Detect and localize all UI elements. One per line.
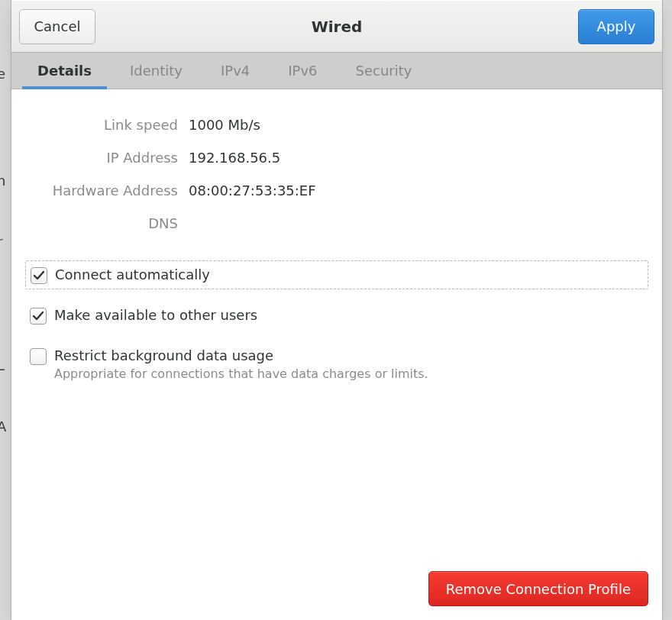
checkmark-icon bbox=[34, 270, 44, 281]
available-to-others-label: Make available to other users bbox=[54, 306, 257, 325]
tab-label: IPv6 bbox=[288, 63, 317, 79]
available-to-others-option[interactable]: Make available to other users bbox=[25, 302, 648, 329]
link-speed-value: 1000 Mb/s bbox=[189, 117, 648, 133]
tab-bar: Details Identity IPv4 IPv6 Security bbox=[11, 53, 662, 89]
checkmark-icon bbox=[33, 311, 44, 321]
ip-address-label: IP Address bbox=[25, 150, 178, 166]
header-bar: Cancel Wired Apply bbox=[11, 0, 662, 53]
tab-label: Security bbox=[356, 63, 412, 79]
backdrop-fragment: A bbox=[0, 418, 6, 434]
tab-identity[interactable]: Identity bbox=[115, 53, 198, 89]
cancel-button[interactable]: Cancel bbox=[19, 9, 95, 44]
hardware-address-label: Hardware Address bbox=[25, 182, 178, 199]
details-grid: Link speed 1000 Mb/s IP Address 192.168.… bbox=[25, 117, 648, 231]
restrict-background-checkbox[interactable] bbox=[30, 348, 47, 365]
backdrop-fragment: e bbox=[0, 66, 5, 82]
connect-automatically-option[interactable]: Connect automatically bbox=[25, 260, 648, 289]
restrict-background-option[interactable]: Restrict background data usage Appropria… bbox=[25, 342, 648, 387]
restrict-background-text: Restrict background data usage Appropria… bbox=[54, 347, 428, 383]
connection-editor-dialog: Cancel Wired Apply Details Identity IPv4… bbox=[11, 0, 663, 620]
connect-automatically-checkbox[interactable] bbox=[31, 267, 47, 284]
tab-label: Details bbox=[37, 63, 92, 79]
restrict-background-label: Restrict background data usage bbox=[54, 347, 428, 365]
available-to-others-checkbox[interactable] bbox=[30, 308, 47, 325]
dialog-title: Wired bbox=[312, 18, 363, 36]
dns-value bbox=[189, 215, 648, 231]
connect-automatically-label: Connect automatically bbox=[55, 266, 210, 284]
ip-address-value: 192.168.56.5 bbox=[189, 150, 648, 166]
hardware-address-value: 08:00:27:53:35:EF bbox=[189, 182, 648, 199]
tab-ipv6[interactable]: IPv6 bbox=[273, 53, 332, 89]
footer: Remove Connection Profile bbox=[428, 571, 648, 606]
options-group: Connect automatically Make available to … bbox=[25, 260, 648, 387]
tab-label: IPv4 bbox=[221, 63, 250, 79]
link-speed-label: Link speed bbox=[25, 117, 178, 133]
tab-ipv4[interactable]: IPv4 bbox=[205, 53, 265, 89]
backdrop-fragment: L bbox=[0, 357, 5, 373]
tab-content: Link speed 1000 Mb/s IP Address 192.168.… bbox=[11, 89, 662, 620]
tab-details[interactable]: Details bbox=[22, 53, 107, 89]
tab-security[interactable]: Security bbox=[341, 53, 428, 89]
backdrop-fragment: n bbox=[0, 173, 5, 189]
apply-button[interactable]: Apply bbox=[578, 9, 654, 44]
remove-connection-profile-button[interactable]: Remove Connection Profile bbox=[428, 571, 648, 606]
tab-label: Identity bbox=[130, 63, 183, 79]
dns-label: DNS bbox=[25, 215, 178, 231]
backdrop-fragment: r bbox=[0, 234, 2, 250]
restrict-background-sublabel: Appropriate for connections that have da… bbox=[54, 367, 428, 383]
